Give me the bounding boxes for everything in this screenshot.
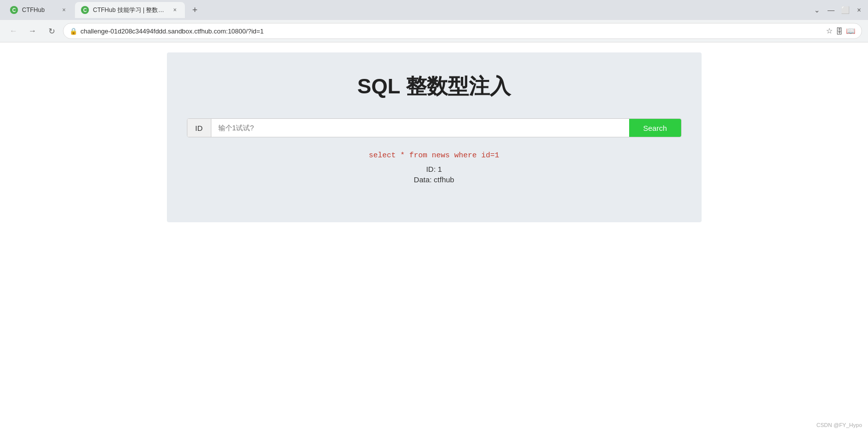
bookmark-icon[interactable]: ☆ (826, 26, 833, 35)
new-tab-button[interactable]: + (188, 3, 202, 17)
result-data: Data: ctfhub (187, 175, 682, 184)
tab-bar: C CTFHub × C CTFHub 技能学习 | 整数型注入 × + ⌄ —… (0, 0, 868, 20)
address-bar-container: 🔒 ☆ 🗄 📖 (63, 23, 862, 39)
reload-button[interactable]: ↻ (44, 23, 59, 38)
content-box: SQL 整数型注入 ID Search select * from news w… (167, 52, 702, 222)
window-close-button[interactable]: × (854, 5, 864, 15)
pocket-icon[interactable]: 🗄 (836, 27, 843, 35)
tab-ctfhub[interactable]: C CTFHub × (4, 2, 74, 18)
browser-chrome: C CTFHub × C CTFHub 技能学习 | 整数型注入 × + ⌄ —… (0, 0, 868, 42)
address-bar-input[interactable] (80, 27, 823, 35)
reader-mode-icon[interactable]: 📖 (846, 26, 856, 35)
search-input[interactable] (211, 119, 629, 137)
tab-bar-right: ⌄ — ⬜ × (812, 5, 864, 15)
tab-ctfhub-close[interactable]: × (60, 6, 68, 14)
page-title: SQL 整数型注入 (187, 72, 682, 100)
tab-ctfhub-favicon: C (10, 6, 18, 14)
tab-challenge[interactable]: C CTFHub 技能学习 | 整数型注入 × (75, 2, 185, 18)
id-label: ID (187, 119, 211, 137)
security-icon: 🔒 (69, 27, 77, 35)
tab-ctfhub-label: CTFHub (22, 6, 56, 13)
tab-challenge-close[interactable]: × (171, 6, 179, 14)
result-area: select * from news where id=1 ID: 1 Data… (187, 151, 682, 184)
back-button[interactable]: ← (6, 23, 21, 38)
forward-button[interactable]: → (25, 23, 40, 38)
main-container: SQL 整数型注入 ID Search select * from news w… (84, 42, 784, 432)
nav-bar: ← → ↻ 🔒 ☆ 🗄 📖 (0, 20, 868, 42)
result-id: ID: 1 (187, 165, 682, 173)
footer-note: CSDN @FY_Hypo (817, 422, 862, 428)
tab-challenge-label: CTFHub 技能学习 | 整数型注入 (93, 6, 167, 14)
dropdown-icon[interactable]: ⌄ (812, 5, 822, 15)
address-bar-right-icons: ☆ 🗄 📖 (826, 26, 856, 35)
search-button[interactable]: Search (629, 119, 681, 137)
tab-challenge-favicon: C (81, 6, 89, 14)
minimize-button[interactable]: — (826, 5, 836, 15)
page-content: SQL 整数型注入 ID Search select * from news w… (0, 42, 868, 432)
sql-query-display: select * from news where id=1 (187, 151, 682, 160)
maximize-button[interactable]: ⬜ (840, 5, 850, 15)
search-form: ID Search (187, 118, 682, 137)
